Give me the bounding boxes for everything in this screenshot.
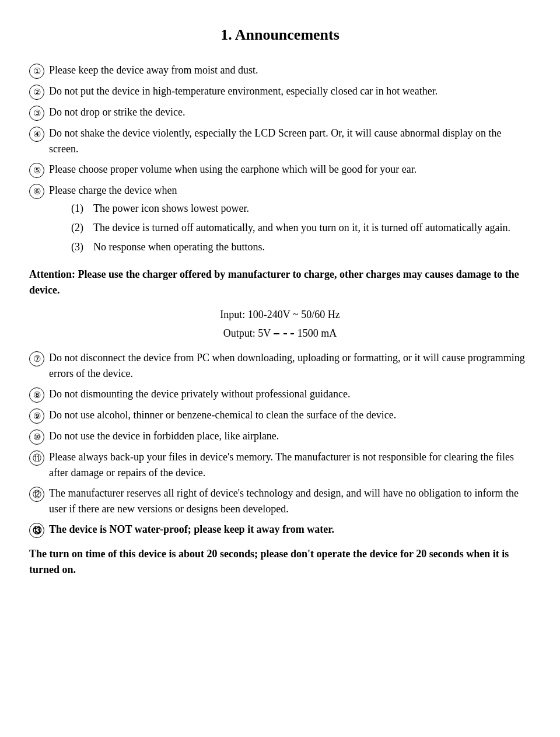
dc-symbol-3 (290, 333, 294, 334)
item-text-11: Please always back-up your files in devi… (49, 449, 531, 481)
item-text-1: Please keep the device away from moist a… (49, 62, 531, 78)
list-item: ⑧ Do not dismounting the device privatel… (29, 386, 531, 403)
subitem-num-2: (2) (71, 220, 93, 236)
item-number-8: ⑧ (29, 387, 44, 403)
item-text-8: Do not dismounting the device privately … (49, 386, 531, 402)
item-text-3: Do not drop or strike the device. (49, 104, 531, 120)
page-title: 1. Announcements (29, 23, 531, 46)
final-note: The turn on time of this device is about… (29, 546, 531, 578)
item-number-1: ① (29, 64, 44, 79)
announcements-list-2: ⑦ Do not disconnect the device from PC w… (29, 350, 531, 538)
item-number-9: ⑨ (29, 408, 44, 424)
subitem-6-2: (2) The device is turned off automatical… (71, 220, 531, 236)
list-item: ⑫ The manufacturer reserves all right of… (29, 485, 531, 517)
item-text-12: The manufacturer reserves all right of d… (49, 485, 531, 517)
item-number-3: ③ (29, 106, 44, 121)
item-number-13: ⑬ (29, 523, 44, 538)
list-item: ④ Do not shake the device violently, esp… (29, 125, 531, 157)
announcements-list: ① Please keep the device away from moist… (29, 62, 531, 259)
item-text-7: Do not disconnect the device from PC whe… (49, 350, 531, 382)
list-item: ⑬ The device is NOT water-proof; please … (29, 522, 531, 538)
item-6-label: Please charge the device when (49, 184, 177, 196)
list-item: ⑩ Do not use the device in forbidden pla… (29, 428, 531, 445)
list-item: ⑦ Do not disconnect the device from PC w… (29, 350, 531, 382)
subitem-text-1: The power icon shows lowest power. (93, 201, 531, 216)
item-number-5: ⑤ (29, 163, 44, 178)
list-item: ⑨ Do not use alcohol, thinner or benzene… (29, 407, 531, 424)
power-output-line: Output: 5V 1500 mA (29, 324, 531, 343)
subitems-6: (1) The power icon shows lowest power. (… (71, 201, 531, 255)
item-text-2: Do not put the device in high-temperatur… (49, 83, 531, 99)
dc-symbol-2 (284, 333, 287, 334)
item-number-11: ⑪ (29, 450, 44, 466)
power-info: Input: 100-240V ~ 50/60 Hz Output: 5V 15… (29, 305, 531, 343)
item-number-6: ⑥ (29, 184, 44, 199)
dc-symbol-1 (274, 333, 279, 334)
list-item: ⑤ Please choose proper volume when using… (29, 162, 531, 178)
list-item: ⑪ Please always back-up your files in de… (29, 449, 531, 481)
item-number-4: ④ (29, 127, 44, 142)
power-input-line: Input: 100-240V ~ 50/60 Hz (29, 305, 531, 324)
subitem-6-3: (3) No response when operating the butto… (71, 239, 531, 255)
item-text-10: Do not use the device in forbidden place… (49, 428, 531, 444)
list-item: ② Do not put the device in high-temperat… (29, 83, 531, 100)
subitem-num-3: (3) (71, 239, 93, 255)
power-output-label: Output: 5V (223, 327, 271, 339)
list-item: ① Please keep the device away from moist… (29, 62, 531, 79)
item-number-10: ⑩ (29, 429, 44, 445)
item-text-5: Please choose proper volume when using t… (49, 162, 531, 177)
subitem-text-2: The device is turned off automatically, … (93, 220, 531, 236)
power-output2: 1500 mA (298, 327, 337, 339)
item-text-6: Please charge the device when (1) The po… (49, 183, 531, 259)
item-text-13: The device is NOT water-proof; please ke… (49, 522, 531, 537)
subitem-num-1: (1) (71, 201, 93, 216)
subitem-text-3: No response when operating the buttons. (93, 239, 531, 255)
attention-block: Attention: Please use the charger offere… (29, 267, 531, 298)
item-text-4: Do not shake the device violently, espec… (49, 125, 531, 157)
item-number-2: ② (29, 85, 44, 100)
item-number-7: ⑦ (29, 351, 44, 366)
list-item: ⑥ Please charge the device when (1) The … (29, 183, 531, 259)
item-text-9: Do not use alcohol, thinner or benzene-c… (49, 407, 531, 423)
list-item: ③ Do not drop or strike the device. (29, 104, 531, 121)
item-number-12: ⑫ (29, 487, 44, 502)
subitem-6-1: (1) The power icon shows lowest power. (71, 201, 531, 216)
